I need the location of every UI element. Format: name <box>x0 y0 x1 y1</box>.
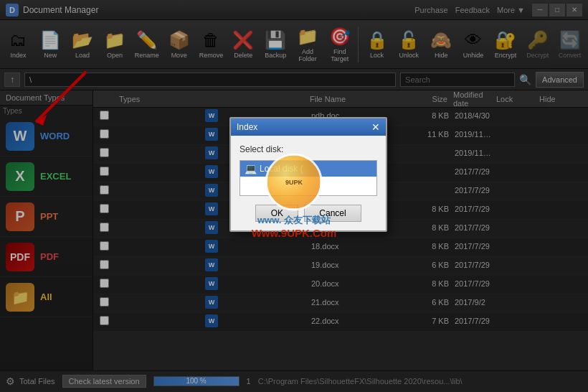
disk-list-item[interactable]: 💻 Local disk ( <box>240 161 376 177</box>
drive-icon: 💻 <box>245 163 257 174</box>
modal-body: Select disk: 💻 Local disk ( OK Cancel <box>231 136 386 230</box>
index-dialog: Index ✕ Select disk: 💻 Local disk ( OK C… <box>229 117 387 232</box>
disk-name: Local disk ( <box>260 164 303 174</box>
modal-title-bar: Index ✕ <box>231 118 386 136</box>
modal-buttons: OK Cancel <box>240 205 377 222</box>
disk-list[interactable]: 💻 Local disk ( <box>240 160 377 196</box>
modal-select-label: Select disk: <box>240 144 377 154</box>
modal-title: Index <box>237 122 257 132</box>
modal-overlay: Index ✕ Select disk: 💻 Local disk ( OK C… <box>0 0 588 392</box>
modal-close-button[interactable]: ✕ <box>371 121 380 133</box>
ok-button[interactable]: OK <box>255 205 298 222</box>
cancel-button[interactable]: Cancel <box>304 205 361 222</box>
